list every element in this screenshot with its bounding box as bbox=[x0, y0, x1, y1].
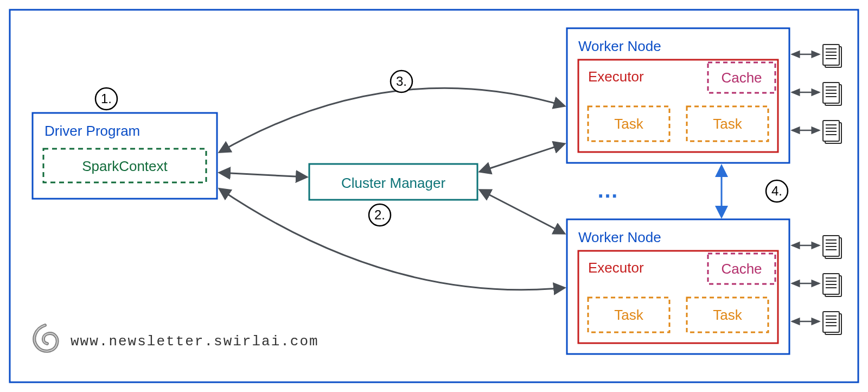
svg-text:3.: 3. bbox=[396, 74, 407, 88]
step-badge-3: 3. bbox=[391, 71, 412, 92]
arrow-cluster-worker-2 bbox=[480, 190, 564, 233]
step-badge-2: 2. bbox=[369, 204, 391, 226]
arrow-driver-worker-1 bbox=[220, 88, 564, 152]
worker-node-2-title: Worker Node bbox=[578, 229, 661, 245]
worker-node-1-title: Worker Node bbox=[578, 38, 661, 54]
cluster-manager-label: Cluster Manager bbox=[341, 175, 446, 191]
book-icon bbox=[823, 83, 841, 105]
svg-text:2.: 2. bbox=[374, 207, 385, 222]
worker-1-executor-label: Executor bbox=[588, 68, 644, 85]
book-icon bbox=[823, 236, 841, 258]
book-icon bbox=[823, 274, 841, 296]
worker-1-cache-label: Cache bbox=[721, 69, 762, 86]
worker-2-task-1-label: Task bbox=[614, 307, 643, 323]
spark-context-label: SparkContext bbox=[82, 158, 168, 174]
worker-node-1: Worker Node Executor Cache Task Task bbox=[567, 28, 789, 163]
book-icon bbox=[823, 312, 841, 334]
svg-text:4.: 4. bbox=[771, 184, 782, 198]
driver-program-box: Driver Program SparkContext bbox=[33, 113, 217, 199]
worker-2-cache-label: Cache bbox=[721, 261, 762, 277]
footer-url: www.newsletter.swirlai.com bbox=[71, 333, 319, 350]
worker-2-executor-label: Executor bbox=[588, 260, 644, 276]
worker-2-task-2-label: Task bbox=[713, 307, 742, 323]
arrow-driver-cluster bbox=[220, 173, 307, 177]
driver-program-title: Driver Program bbox=[44, 123, 140, 139]
worker-1-task-2-label: Task bbox=[713, 116, 742, 132]
step-badge-1: 1. bbox=[95, 88, 117, 110]
step-badge-4: 4. bbox=[766, 180, 788, 202]
arrow-driver-worker-2 bbox=[220, 189, 564, 290]
diagram-frame bbox=[10, 10, 858, 382]
svg-text:1.: 1. bbox=[101, 91, 112, 106]
book-icon bbox=[823, 121, 841, 143]
worker-node-2: Worker Node Executor Cache Task Task bbox=[567, 219, 789, 354]
book-icon bbox=[823, 45, 841, 67]
cluster-manager-box: Cluster Manager bbox=[309, 164, 477, 200]
worker-1-task-1-label: Task bbox=[614, 116, 643, 132]
swirl-logo-icon bbox=[34, 325, 57, 351]
worker-ellipsis: … bbox=[597, 178, 621, 202]
arrow-cluster-worker-1 bbox=[480, 144, 564, 172]
